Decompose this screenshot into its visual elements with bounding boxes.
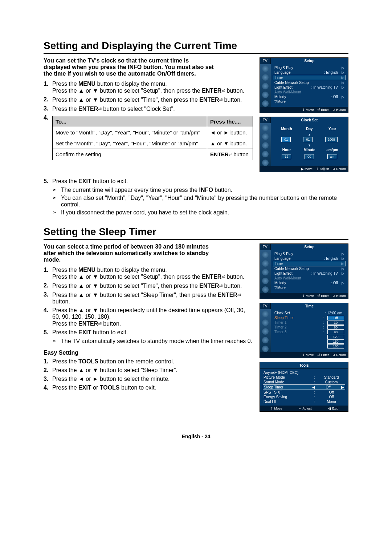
osd-setup-1: TVSetup Plug & Play▷Language: English▷Ti… [260, 57, 348, 113]
input-icon [262, 286, 269, 293]
speaker-icon [262, 328, 269, 335]
tools-item[interactable]: Energy Saving:Off [263, 395, 345, 399]
menu-item[interactable]: Clock Set [274, 311, 324, 315]
gear-icon [262, 337, 269, 343]
sleep-option[interactable]: 150 [327, 339, 344, 344]
menu-item[interactable]: Melody: Off▷ [273, 281, 346, 285]
enter-icon: ⏎ [229, 151, 232, 158]
tools-item[interactable]: Sound Mode:Custom [263, 380, 345, 384]
menu-item[interactable]: Plug & Play▷ [273, 65, 346, 70]
tools-item[interactable]: Picture Mode:Standard [263, 375, 345, 380]
menu-item[interactable]: Light Effect: In Watching TV▷ [273, 271, 346, 276]
menu-item[interactable]: ▽More [273, 285, 346, 290]
menu-item[interactable]: Cable Network Setup▷ [273, 80, 346, 85]
tools-footer: ⇕ Move ⇔ Adjust •▮ Exit [260, 406, 348, 411]
num: 3. [44, 105, 52, 112]
menu-item-sleep[interactable]: Sleep Timer [274, 316, 322, 320]
tools-title: Tools [260, 362, 348, 369]
tools-item[interactable]: SRS TS XT:Off [263, 390, 345, 395]
osd-list[interactable]: Clock Set: 12:00 am Sleep Timer: Timer 1… [271, 309, 348, 352]
osd-icon-strip [260, 64, 271, 107]
menu-item[interactable]: Time▷ [273, 75, 346, 80]
input-icon [262, 100, 269, 107]
intro-1: You can set the TV's clock so that the c… [44, 57, 214, 77]
sleep-option[interactable]: 90 [327, 330, 344, 334]
menu-item[interactable]: Plug & Play▷ [273, 251, 346, 256]
enter-icon: ⏎ [317, 108, 320, 112]
th: To... [53, 116, 207, 127]
clock-label: Month [278, 127, 296, 131]
td: Confirm the setting [53, 149, 207, 160]
clock-value[interactable]: am [327, 154, 337, 159]
enter-icon: ⏎ [317, 353, 320, 357]
lr-icon: ⇔ [299, 407, 302, 410]
sleep-option[interactable]: 60 [327, 325, 344, 330]
clock-value[interactable]: 00 [305, 154, 314, 159]
clock-value[interactable]: 2008 [325, 137, 338, 142]
sleep-option[interactable]: 180 [327, 344, 344, 348]
sleep-option[interactable]: Off [327, 316, 344, 320]
osd-title: Setup [271, 244, 348, 250]
num: 4. [44, 384, 52, 391]
sleep-options[interactable]: Off306090120150180 [326, 315, 346, 349]
clock-value[interactable]: 12 [282, 154, 291, 159]
input-icon [262, 160, 269, 166]
enter-icon: ⏎ [98, 105, 102, 112]
note-icon: ➣ [52, 338, 61, 344]
step-text: Press the EXIT button to exit. [52, 329, 253, 336]
updown-icon: ⇕ [302, 108, 305, 112]
step-text: Press the ◄ or ► button to select the mi… [52, 376, 253, 382]
clock-value[interactable]: 01 [303, 137, 313, 142]
osd-title: Time [271, 303, 348, 309]
menu-item[interactable]: Melody: Off▷ [273, 94, 346, 99]
intro-2: You can select a time period of between … [44, 243, 214, 263]
sleep-option[interactable]: 120 [327, 335, 344, 339]
tv-icon [262, 251, 269, 258]
step-text: Press the ▲ or ▼ button to select "Time"… [52, 282, 253, 289]
td: ◄ or ► button. [207, 127, 253, 138]
step-text: Press the MENU button to display the men… [52, 81, 253, 94]
num: 5. [44, 329, 52, 336]
tools-item[interactable]: Dual I-II:Mono [263, 399, 345, 404]
step-text: Press the MENU button to display the men… [52, 267, 253, 280]
step-text: Press the TOOLS button on the remote con… [52, 358, 253, 365]
osd-list[interactable]: Plug & Play▷Language: English▷Time▷Cable… [271, 64, 348, 107]
td: ENTER⏎ button [207, 149, 253, 160]
tools-list[interactable]: Anynet+ (HDMI-CEC)Picture Mode:StandardS… [260, 369, 348, 406]
osd-tab: TV [260, 244, 271, 250]
tools-item[interactable]: Sleep Timer◀Off▶ [263, 384, 345, 390]
num: 1. [44, 358, 52, 365]
menu-item[interactable]: Time▷ [273, 261, 346, 266]
note-text: You can also set "Month", "Day", "Year",… [61, 195, 348, 208]
step-text: Press the ENTER⏎ button to select "Clock… [52, 105, 253, 112]
menu-item[interactable]: Cable Network Setup▷ [273, 266, 346, 271]
osd-list[interactable]: Plug & Play▷Language: English▷Time▷Cable… [271, 250, 348, 293]
enter-icon: ⏎ [221, 273, 225, 280]
step-text: Press the EXIT button to exit. [52, 178, 348, 185]
num: 1. [44, 267, 52, 280]
osd-icon-strip [260, 309, 271, 352]
note-icon: ➣ [52, 195, 61, 208]
tools-item[interactable]: Anynet+ (HDMI-CEC) [263, 370, 345, 375]
gear-icon [262, 151, 269, 157]
menu-item[interactable]: Language: English▷ [273, 256, 346, 261]
step-text: Press the ▲ or ▼ button to select “Sleep… [52, 367, 253, 374]
num: 5. [44, 178, 52, 185]
menu-item[interactable]: Light Effect: In Watching TV▷ [273, 85, 346, 90]
menu-item[interactable]: ▽More [273, 99, 346, 104]
osd-footer: ▶Move ⇕Adjust ↺Return [260, 166, 348, 172]
section-title-1: Setting and Displaying the Current Time [44, 40, 348, 54]
clock-label: Day [301, 127, 319, 131]
note-icon: ➣ [52, 187, 61, 193]
sleep-option[interactable]: 30 [327, 321, 344, 325]
enter-icon: ⏎ [219, 96, 223, 103]
instruction-table: To...Press the.... Move to "Month", "Day… [52, 116, 253, 160]
step-text: Press the EXIT or TOOLS button to exit. [52, 384, 253, 391]
clock-value[interactable]: 01 [281, 137, 291, 142]
osd-title: Clock Set [271, 117, 348, 123]
menu-item[interactable]: Language: English▷ [273, 70, 346, 75]
disc-icon [262, 260, 269, 267]
osd-footer: ⇕Move ⏎Enter ↺Return [260, 293, 348, 299]
step-text: Press the ▲ or ▼ button to select "Time"… [52, 96, 253, 103]
num: 3. [44, 291, 52, 305]
